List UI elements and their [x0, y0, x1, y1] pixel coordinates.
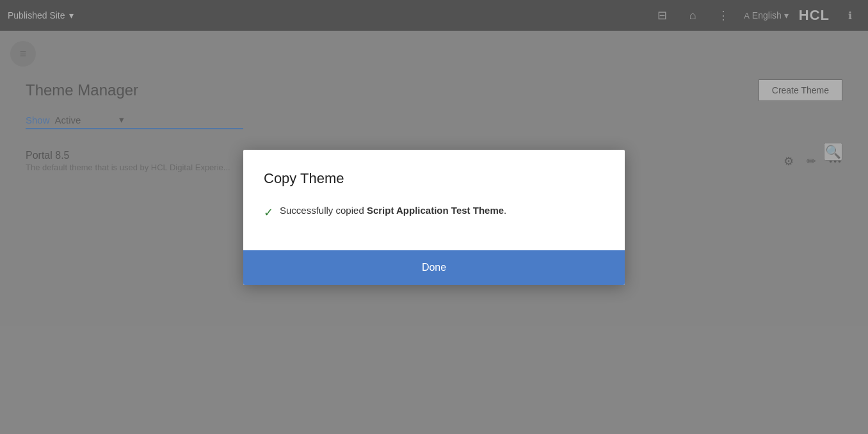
success-message: ✓ Successfully copied Script Application…	[264, 205, 604, 220]
success-prefix: Successfully copied	[280, 205, 367, 216]
modal-footer: Done	[243, 250, 625, 285]
success-text: Successfully copied Script Application T…	[280, 205, 506, 216]
copied-theme-name: Script Application Test Theme	[367, 205, 504, 216]
success-suffix: .	[504, 205, 506, 216]
modal-title: Copy Theme	[264, 170, 604, 187]
done-button[interactable]: Done	[243, 250, 625, 285]
copy-theme-modal: Copy Theme ✓ Successfully copied Script …	[243, 150, 625, 285]
modal-overlay: Copy Theme ✓ Successfully copied Script …	[0, 0, 868, 434]
modal-body: Copy Theme ✓ Successfully copied Script …	[243, 150, 625, 250]
checkmark-icon: ✓	[264, 205, 273, 220]
